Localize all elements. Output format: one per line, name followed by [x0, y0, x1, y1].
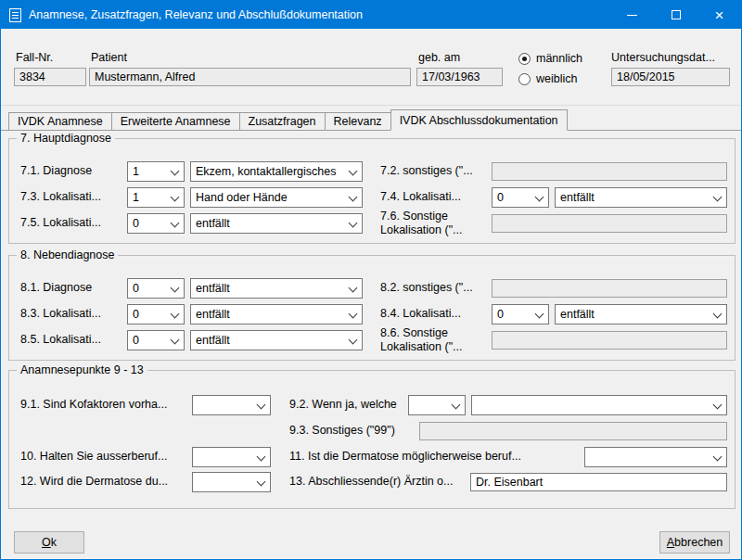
chevron-down-icon [452, 401, 461, 410]
select-7-1-code[interactable]: 1 [127, 161, 185, 182]
maximize-button[interactable] [654, 1, 697, 29]
geb-am-field: 17/03/1963 [416, 68, 503, 86]
geb-am-label: geb. am [418, 51, 460, 64]
tab-ivdk-abschlussdokumentation[interactable]: IVDK Abschlussdokumentation [390, 109, 568, 131]
label-7-6: 7.6. Sonstige Lokalisation ("... [380, 210, 482, 237]
select-7-3-text[interactable]: Hand oder Hände [190, 187, 363, 208]
window-controls: × [610, 1, 741, 29]
select-8-5-text-value: entfällt [196, 333, 346, 349]
minimize-button[interactable] [610, 1, 654, 29]
select-8-4-code[interactable]: 0 [492, 304, 549, 325]
groupbox-anamnesepunkte: Anamnesepunkte 9 - 13 9.1. Sind Kofaktor… [8, 370, 736, 509]
select-9-2-text[interactable] [471, 395, 727, 415]
select-7-3-code-value: 1 [133, 190, 168, 206]
field-7-6 [492, 214, 727, 233]
close-button[interactable]: × [697, 1, 741, 29]
input-13-aerztin[interactable]: Dr. Eisenbart [470, 473, 727, 491]
tab-strip: IVDK Anamnese Erweiterte Anamnese Zusatz… [1, 109, 741, 131]
select-7-3-text-value: Hand oder Hände [196, 190, 346, 206]
close-icon: × [715, 7, 724, 23]
select-9-2-code[interactable] [408, 395, 466, 415]
chevron-down-icon [713, 452, 723, 462]
groupbox-hauptdiagnose: 7. Hauptdiagnose 7.1. Diagnose 1 Ekzem, … [8, 138, 736, 244]
groupbox-anamnesepunkte-title: Anamnesepunkte 9 - 13 [17, 363, 147, 376]
select-8-3-text-value: entfällt [196, 307, 346, 323]
chevron-down-icon [171, 284, 180, 293]
tab-zusatzfragen[interactable]: Zusatzfragen [239, 112, 326, 131]
chevron-down-icon [257, 452, 266, 462]
field-7-2 [492, 162, 727, 181]
radio-maennlich-label: männlich [536, 52, 582, 65]
chevron-down-icon [349, 336, 358, 345]
radio-weiblich[interactable]: weiblich [518, 72, 577, 85]
chevron-down-icon [349, 219, 358, 228]
radio-maennlich[interactable]: männlich [518, 52, 582, 65]
minimize-icon [627, 15, 637, 16]
chevron-down-icon [713, 193, 723, 202]
tab-ivdk-anamnese[interactable]: IVDK Anamnese [8, 112, 112, 131]
ok-button[interactable]: Ok [14, 531, 84, 554]
patient-field: Mustermann, Alfred [89, 68, 411, 86]
label-11: 11. Ist die Dermatose möglicherweise ber… [289, 450, 521, 463]
select-8-1-text-value: entfällt [196, 281, 346, 297]
select-7-5-text[interactable]: entfällt [190, 213, 363, 234]
select-8-4-text[interactable]: entfällt [555, 304, 727, 325]
chevron-down-icon [171, 167, 180, 176]
select-8-3-code[interactable]: 0 [127, 304, 185, 325]
select-8-4-code-value: 0 [497, 307, 532, 323]
tab-erweiterte-anamnese[interactable]: Erweiterte Anamnese [111, 112, 240, 131]
chevron-down-icon [171, 336, 180, 345]
radio-selected-icon [518, 53, 531, 65]
select-7-3-code[interactable]: 1 [127, 187, 185, 208]
select-8-5-text[interactable]: entfällt [190, 330, 363, 350]
titlebar: Anamnese, Zusatzfragen, Relevanz und Abs… [1, 1, 741, 29]
select-8-1-code[interactable]: 0 [127, 278, 185, 299]
label-7-5: 7.5. Lokalisati... [20, 216, 101, 229]
label-9-2: 9.2. Wenn ja, welche [289, 398, 397, 411]
label-7-1: 7.1. Diagnose [20, 164, 92, 177]
chevron-down-icon [349, 167, 358, 176]
radio-unselected-icon [518, 73, 531, 85]
chevron-down-icon [713, 401, 723, 410]
field-8-2 [492, 279, 727, 298]
label-7-2: 7.2. sonstiges ("... [380, 164, 473, 177]
field-9-3 [419, 422, 727, 440]
select-8-4-text-value: entfällt [560, 307, 710, 323]
select-10[interactable] [192, 447, 271, 467]
label-13: 13. Abschliessende(r) Ärztin o... [289, 475, 453, 488]
groupbox-nebendiagnose: 8. Nebendiagnose 8.1. Diagnose 0 entfäll… [8, 255, 736, 361]
fall-nr-label: Fall-Nr. [16, 51, 53, 64]
radio-weiblich-label: weiblich [536, 72, 577, 85]
label-9-1: 9.1. Sind Kofaktoren vorha... [20, 398, 167, 411]
select-7-4-text[interactable]: entfällt [555, 187, 727, 208]
select-7-4-code-value: 0 [497, 190, 532, 206]
select-7-1-text[interactable]: Ekzem, kontaktallergisches [190, 161, 363, 182]
select-8-3-text[interactable]: entfällt [190, 304, 363, 325]
maximize-icon [672, 10, 681, 19]
select-7-1-text-value: Ekzem, kontaktallergisches [196, 164, 346, 180]
label-7-4: 7.4. Lokalisati... [380, 190, 461, 203]
label-8-3: 8.3. Lokalisati... [20, 307, 101, 320]
groupbox-nebendiagnose-title: 8. Nebendiagnose [17, 248, 118, 261]
chevron-down-icon [535, 193, 544, 202]
abbrechen-button[interactable]: Abbrechen [659, 531, 730, 554]
fall-nr-field: 3834 [14, 68, 86, 86]
select-7-5-code[interactable]: 0 [127, 213, 185, 234]
select-8-1-text[interactable]: entfällt [190, 278, 363, 299]
tab-relevanz[interactable]: Relevanz [325, 112, 391, 131]
select-7-4-code[interactable]: 0 [492, 187, 549, 208]
select-8-5-code-value: 0 [133, 333, 168, 349]
select-8-5-code[interactable]: 0 [127, 330, 185, 350]
label-8-5: 8.5. Lokalisati... [20, 333, 101, 346]
select-11[interactable] [584, 447, 727, 467]
label-8-1: 8.1. Diagnose [20, 281, 92, 294]
groupbox-hauptdiagnose-title: 7. Hauptdiagnose [17, 132, 115, 145]
select-8-3-code-value: 0 [133, 307, 168, 323]
select-12[interactable] [192, 472, 271, 492]
label-8-2: 8.2. sonstiges ("... [380, 281, 473, 294]
select-9-1[interactable] [192, 395, 271, 415]
label-7-3: 7.3. Lokalisati... [20, 190, 101, 203]
chevron-down-icon [349, 284, 358, 293]
select-7-5-code-value: 0 [133, 216, 168, 232]
window-icon [9, 8, 21, 22]
